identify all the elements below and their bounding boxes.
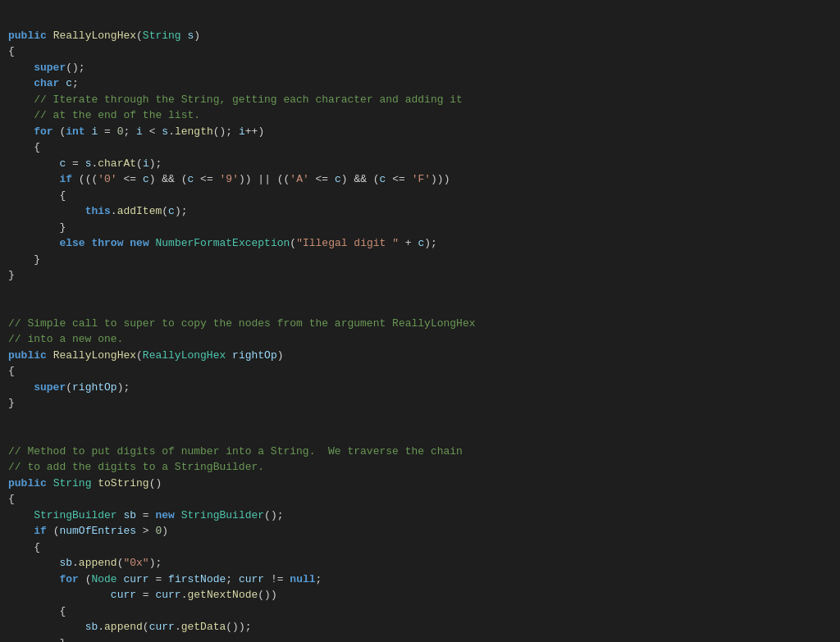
line-4: char c; bbox=[8, 77, 79, 89]
code-editor: public ReallyLongHex(String s) { super()… bbox=[0, 8, 840, 642]
line-7: for (int i = 0; i < s.length(); i++) bbox=[8, 125, 264, 138]
line-2: { bbox=[8, 45, 15, 57]
line-12: this.addItem(c); bbox=[8, 205, 188, 217]
line-22: super(rightOp); bbox=[8, 381, 130, 394]
line-5: // Iterate through the String, getting e… bbox=[8, 93, 463, 106]
line-13: } bbox=[8, 221, 66, 234]
line-34: curr = curr.getNextNode()) bbox=[8, 589, 277, 601]
line-25: // Method to put digits of number into a… bbox=[8, 445, 463, 458]
line-20: public ReallyLongHex(ReallyLongHex right… bbox=[8, 349, 284, 362]
line-32: sb.append("0x"); bbox=[8, 557, 162, 569]
line-28: { bbox=[8, 493, 15, 505]
line-14: else throw new NumberFormatException("Il… bbox=[8, 237, 437, 249]
line-33: for (Node curr = firstNode; curr != null… bbox=[8, 573, 322, 585]
line-37: } bbox=[8, 637, 66, 643]
line-15: } bbox=[8, 253, 40, 266]
line-27: public String toString() bbox=[8, 477, 162, 489]
line-8: { bbox=[8, 141, 40, 153]
line-16: } bbox=[8, 269, 15, 281]
line-11: { bbox=[8, 189, 66, 202]
line-1: public ReallyLongHex(String s) bbox=[8, 30, 200, 42]
line-6: // at the end of the list. bbox=[8, 109, 200, 121]
line-36: sb.append(curr.getData()); bbox=[8, 621, 252, 633]
line-23: } bbox=[8, 397, 15, 409]
line-18: // Simple call to super to copy the node… bbox=[8, 317, 476, 330]
line-30: if (numOfEntries > 0) bbox=[8, 525, 168, 537]
line-21: { bbox=[8, 365, 15, 377]
line-31: { bbox=[8, 541, 40, 553]
line-3: super(); bbox=[8, 61, 85, 74]
line-19: // into a new one. bbox=[8, 333, 123, 345]
line-35: { bbox=[8, 605, 66, 617]
line-9: c = s.charAt(i); bbox=[8, 157, 162, 170]
line-26: // to add the digits to a StringBuilder. bbox=[8, 461, 264, 473]
line-10: if ((('0' <= c) && (c <= '9')) || (('A' … bbox=[8, 173, 450, 185]
line-29: StringBuilder sb = new StringBuilder(); bbox=[8, 509, 284, 521]
